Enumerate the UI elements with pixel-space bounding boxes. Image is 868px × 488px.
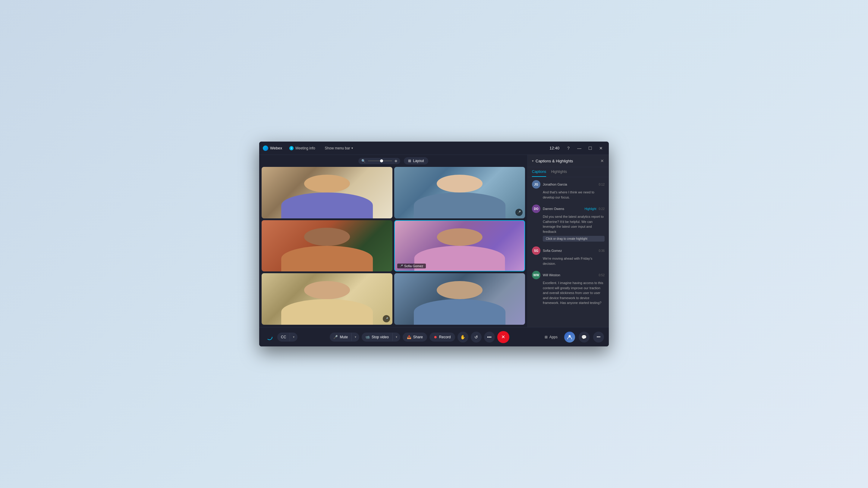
record-icon: ⏺ xyxy=(434,335,437,339)
caption-name-2: Darren Owens xyxy=(543,207,582,210)
chevron-down-icon[interactable]: ▾ xyxy=(532,159,534,163)
zoom-out-icon[interactable]: 🔍 xyxy=(361,159,366,163)
bottom-toolbar: CC ▾ 🎤 Mute ▾ 📹 Stop video ▾ xyxy=(259,327,609,347)
svg-point-0 xyxy=(267,334,272,340)
captions-button[interactable]: CC ▾ xyxy=(277,332,298,341)
captions-arrow-button[interactable]: ▾ xyxy=(290,333,298,341)
captions-main-button[interactable]: CC xyxy=(277,332,290,341)
apps-button[interactable]: ⊞ Apps xyxy=(541,333,561,341)
show-menu-button[interactable]: Show menu bar ▾ xyxy=(322,145,355,152)
layout-button[interactable]: ⊞ Layout xyxy=(404,157,428,164)
apps-label: Apps xyxy=(550,335,558,339)
video-cell-4: 🎤 Sofia Gomez xyxy=(394,220,525,272)
video-icon: 📹 xyxy=(365,335,370,339)
caption-text-4: Excellent. I imagine having access to th… xyxy=(532,281,604,305)
meeting-info-button[interactable]: i Meeting info xyxy=(287,145,317,152)
caption-name-4: Will Weston xyxy=(543,273,596,277)
reaction-button[interactable]: ↺ xyxy=(471,332,482,343)
mute-indicator-5: 🎤 xyxy=(383,315,390,322)
record-button[interactable]: ⏺ Record xyxy=(430,332,455,341)
tab-highlights[interactable]: Highlights xyxy=(551,170,567,177)
avatar-4: WW xyxy=(532,271,540,279)
window-controls: ? — ☐ ✕ xyxy=(564,144,605,153)
meeting-info-dot: i xyxy=(289,146,293,150)
end-call-button[interactable]: ✕ xyxy=(497,331,509,343)
caption-header-2: DO Darren Owens Highlight 0:22 xyxy=(532,204,604,213)
mute-label: Mute xyxy=(340,335,348,339)
more-options-button[interactable]: ••• xyxy=(484,332,495,343)
caption-text-2: Did you send the latest analytics report… xyxy=(532,214,604,234)
participant-video-6 xyxy=(394,273,525,325)
caption-time-4: 0:52 xyxy=(599,273,604,277)
zoom-thumb xyxy=(380,159,383,162)
toolbar-right: ⊞ Apps 💬 ••• xyxy=(541,332,604,343)
participant-video-4 xyxy=(395,221,524,271)
caption-text-1: And that's where I think we need to deve… xyxy=(532,190,604,200)
video-cell-3 xyxy=(261,220,393,272)
close-button[interactable]: ✕ xyxy=(597,144,605,153)
mic-icon-4: 🎤 xyxy=(400,264,403,267)
help-button[interactable]: ? xyxy=(564,144,572,153)
show-menu-label: Show menu bar xyxy=(325,146,350,150)
stop-video-button[interactable]: 📹 Stop video ▾ xyxy=(362,332,400,341)
caption-text-3: We're moving ahead with Friday's decisio… xyxy=(532,256,604,266)
title-bar: Webex i Meeting info Show menu bar ▾ 12:… xyxy=(259,141,609,155)
highlight-badge-2: Highlight xyxy=(585,207,596,210)
caption-name-1: Jonathon Garcia xyxy=(543,183,596,186)
apps-icon: ⊞ xyxy=(545,335,548,339)
title-bar-right: 12:40 ? — ☐ ✕ xyxy=(550,144,605,153)
app-window: Webex i Meeting info Show menu bar ▾ 12:… xyxy=(259,141,609,347)
chat-button[interactable]: 💬 xyxy=(579,332,590,343)
video-cell-6 xyxy=(394,273,525,325)
caption-entry-4: WW Will Weston 0:52 Excellent. I imagine… xyxy=(532,271,604,305)
raise-hand-button[interactable]: ✋ xyxy=(458,332,468,343)
layout-label: Layout xyxy=(413,159,424,163)
avatar-3: SG xyxy=(532,247,540,255)
app-name: Webex xyxy=(270,146,282,150)
minimize-button[interactable]: — xyxy=(575,144,584,153)
stop-video-label: Stop video xyxy=(372,335,389,339)
caption-header-4: WW Will Weston 0:52 xyxy=(532,271,604,279)
title-bar-left: Webex i Meeting info Show menu bar ▾ xyxy=(263,145,550,152)
tab-captions[interactable]: Captions xyxy=(532,170,546,177)
mute-arrow-button[interactable]: ▾ xyxy=(351,333,359,341)
share-button[interactable]: 📤 Share xyxy=(403,332,427,341)
caption-time-2: 0:22 xyxy=(599,207,604,210)
avatar-2: DO xyxy=(532,204,540,213)
video-grid: 🎤 🎤 Sofia Gom xyxy=(261,167,525,325)
time-display: 12:40 xyxy=(550,146,559,150)
caption-name-3: Sofia Gomez xyxy=(543,249,596,253)
video-toolbar: 🔍 ⊕ ⊞ Layout xyxy=(261,157,525,164)
webex-logo-icon xyxy=(263,145,268,151)
zoom-slider[interactable] xyxy=(368,161,392,161)
meeting-info-label: Meeting info xyxy=(296,146,315,150)
mute-button[interactable]: 🎤 Mute ▾ xyxy=(330,332,359,341)
share-label: Share xyxy=(413,335,423,339)
stop-video-main-button[interactable]: 📹 Stop video xyxy=(362,332,393,341)
video-cell-2: 🎤 xyxy=(394,167,525,218)
zoom-control[interactable]: 🔍 ⊕ xyxy=(358,158,400,164)
captions-messages: JG Jonathon Garcia 0:12 And that's where… xyxy=(528,177,609,327)
maximize-button[interactable]: ☐ xyxy=(586,144,594,153)
panel-close-button[interactable]: ✕ xyxy=(600,158,604,164)
share-icon: 📤 xyxy=(407,335,411,339)
main-content: 🔍 ⊕ ⊞ Layout xyxy=(259,155,609,327)
participant-video-2 xyxy=(394,167,525,218)
caption-header-3: SG Sofia Gomez 0:36 xyxy=(532,247,604,255)
video-cell-5: 🎤 xyxy=(261,273,393,325)
captions-icon: CC xyxy=(281,335,286,339)
zoom-in-icon[interactable]: ⊕ xyxy=(395,159,397,163)
record-label: Record xyxy=(439,335,451,339)
panel-title-text: Captions & Highlights xyxy=(535,159,573,163)
stop-video-arrow-button[interactable]: ▾ xyxy=(393,333,400,341)
mute-main-button[interactable]: 🎤 Mute xyxy=(330,332,351,341)
participants-button[interactable] xyxy=(564,332,575,343)
caption-time-1: 0:12 xyxy=(599,183,604,186)
participant-video-1 xyxy=(261,167,393,218)
avatar-1: JG xyxy=(532,180,540,189)
highlight-tooltip[interactable]: Click or drag to create highlight xyxy=(543,236,604,241)
more-toolbar-button[interactable]: ••• xyxy=(593,332,604,343)
toolbar-center: 🎤 Mute ▾ 📹 Stop video ▾ 📤 Share ⏺ Record xyxy=(330,331,509,343)
panel-tabs: Captions Highlights xyxy=(528,167,609,177)
participant-name-4: Sofia Gomez xyxy=(404,264,424,268)
